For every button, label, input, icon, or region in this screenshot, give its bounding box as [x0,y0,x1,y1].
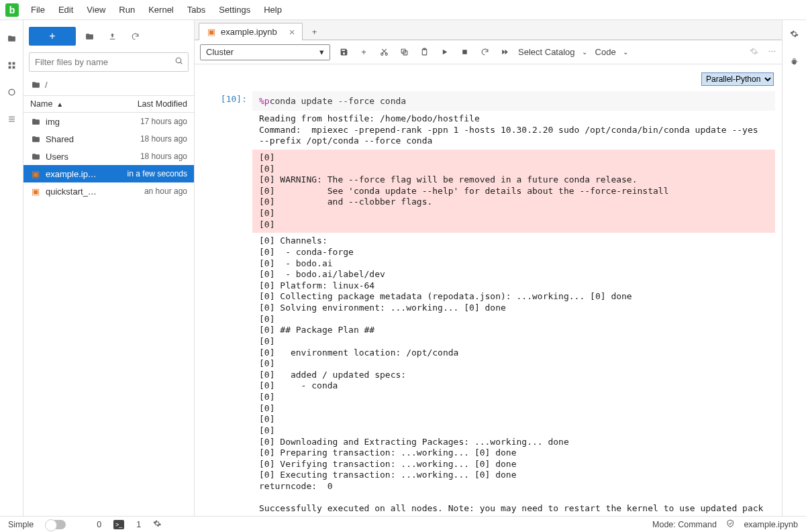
output-text: Reading from hostfile: /home/bodo/hostfi… [252,111,775,150]
chevron-down-icon: ⌄ [582,48,587,56]
restart-button[interactable] [479,48,490,56]
property-gear-icon[interactable] [790,30,799,40]
more-icon[interactable] [768,47,776,58]
folder-icon[interactable] [5,32,17,44]
folder-icon [30,81,41,89]
svg-point-24 [774,50,775,52]
breadcrumb[interactable]: / [23,77,194,95]
new-launcher-button[interactable]: + [29,27,76,46]
menu-view[interactable]: View [80,0,112,19]
code-cell[interactable]: [10]: %pconda update --force conda Readi… [201,89,775,516]
status-file: example.ipynb [744,520,798,529]
status-zero: 0 [97,520,101,529]
debug-icon[interactable] [790,58,799,68]
code-input[interactable]: %pconda update --force conda [252,91,775,111]
file-modified: in a few seconds [107,169,187,178]
file-name: quickstart_… [46,187,97,197]
cluster-select[interactable]: Cluster ▾ [200,44,330,60]
svg-rect-2 [8,66,11,68]
trusted-icon[interactable] [726,519,735,530]
cut-button[interactable] [379,48,389,56]
run-all-button[interactable] [499,48,510,56]
list-item[interactable]: img17 hours ago [23,113,194,130]
status-bar: Simple 0 >_ 1 Mode: Command example.ipyn… [0,516,806,532]
terminal-icon[interactable]: >_ [113,520,124,529]
refresh-button[interactable] [125,27,144,46]
right-sidebar [782,20,806,516]
list-item[interactable]: ▣quickstart_…an hour ago [23,182,194,200]
file-modified: an hour ago [107,187,187,196]
kernel-lang-select[interactable]: Parallel-Python [701,72,774,86]
simple-toggle-label: Simple [8,520,34,529]
activity-bar [0,20,23,516]
file-list: img17 hours agoShared18 hours agoUsers18… [23,113,194,516]
file-name: img [46,117,60,127]
svg-point-25 [793,60,796,65]
menu-run[interactable]: Run [112,0,142,19]
list-item[interactable]: Shared18 hours ago [23,130,194,148]
svg-point-23 [771,50,772,52]
svg-marker-18 [442,50,447,55]
copy-button[interactable] [399,48,409,56]
file-name: Users [46,152,68,162]
file-modified: 18 hours ago [107,134,187,144]
close-icon[interactable]: × [288,26,297,38]
insert-cell-button[interactable]: + [358,47,369,57]
menu-help[interactable]: Help [257,0,289,19]
file-modified: 17 hours ago [107,117,187,126]
filter-input[interactable] [29,52,189,72]
status-mode: Mode: Command [652,520,717,529]
list-item[interactable]: Users18 hours ago [23,148,194,165]
add-tab-button[interactable]: + [307,23,323,40]
file-browser: + / Name▲ Last Modified img17 hours agoS… [23,20,195,516]
svg-rect-3 [12,66,15,68]
tab-title: example.ipynb [221,27,277,37]
notebook-icon: ▣ [206,27,217,37]
output-stderr: [0] [0] [0] WARNING: The --force flag wi… [252,150,775,233]
commits-icon[interactable] [5,86,17,98]
catalog-select[interactable]: Select Catalog ⌄ [518,47,587,57]
chevron-down-icon: ⌄ [623,48,628,56]
file-name: example.ip… [46,169,97,179]
upload-button[interactable] [103,27,121,46]
tab-bar: ▣ example.ipynb × + [195,20,782,40]
menu-settings[interactable]: Settings [212,0,257,19]
paste-button[interactable] [419,48,430,56]
output-text: [0] Channels: [0] - conda-forge [0] - bo… [252,233,775,516]
logo-icon: b [5,3,19,17]
save-button[interactable] [338,48,349,56]
tab-example[interactable]: ▣ example.ipynb × [199,23,303,40]
folder-icon [30,117,41,126]
svg-rect-1 [12,62,15,64]
new-folder-button[interactable] [80,27,99,46]
menu-kernel[interactable]: Kernel [142,0,181,19]
svg-marker-20 [502,50,505,55]
list-item[interactable]: ▣example.ip…in a few seconds [23,165,194,182]
run-button[interactable] [439,48,450,56]
notebook-icon: ▣ [30,169,41,179]
notebook-toolbar: Cluster ▾ + Select Catalog ⌄ [195,40,782,64]
file-modified: 18 hours ago [107,152,187,161]
gear-icon[interactable] [153,519,162,530]
toc-icon[interactable] [5,113,17,125]
col-name[interactable]: Name [30,99,52,109]
cluster-label: Cluster [206,47,234,57]
chevron-down-icon: ▾ [319,47,324,57]
svg-marker-21 [505,50,507,55]
col-modified[interactable]: Last Modified [138,99,187,109]
kernel-gear-icon[interactable] [750,47,758,58]
menu-file[interactable]: File [24,0,52,19]
menu-bar: b File Edit View Run Kernel Tabs Setting… [0,0,806,20]
sort-asc-icon: ▲ [56,101,63,108]
svg-rect-0 [8,62,11,64]
simple-toggle[interactable] [46,520,66,529]
running-icon[interactable] [5,59,17,71]
input-prompt: [10]: [201,89,252,516]
celltype-select[interactable]: Code ⌄ [595,47,628,57]
menu-tabs[interactable]: Tabs [181,0,212,19]
stop-button[interactable] [459,48,470,56]
svg-point-4 [9,89,15,95]
status-one: 1 [136,520,141,529]
menu-edit[interactable]: Edit [52,0,80,19]
file-name: Shared [46,134,74,144]
